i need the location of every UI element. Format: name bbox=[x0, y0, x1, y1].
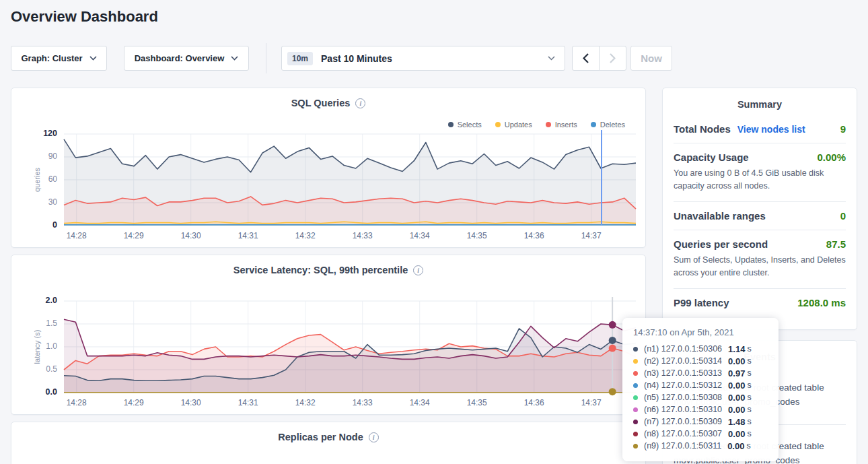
x-tick-label: 14:29 bbox=[124, 231, 144, 240]
time-next-button[interactable] bbox=[599, 46, 626, 71]
sql-queries-chart: queries030609012014:2814:2914:3014:3114:… bbox=[11, 134, 645, 247]
tooltip-node-value: 0.00 bbox=[728, 405, 745, 415]
graph-scope-dropdown[interactable]: Graph: Cluster bbox=[11, 46, 107, 71]
tooltip-row: (n8) 127.0.0.1:503070.00s bbox=[633, 428, 768, 440]
tooltip-node-address: (n8) 127.0.0.1:50307 bbox=[644, 429, 722, 438]
y-tick-label: 1.0 bbox=[11, 341, 57, 351]
legend-item: Updates bbox=[495, 121, 532, 129]
tooltip-node-unit: s bbox=[747, 368, 751, 378]
y-tick-label: 60 bbox=[11, 174, 57, 184]
x-tick-label: 14:28 bbox=[67, 231, 87, 240]
chevron-down-icon bbox=[548, 56, 555, 61]
page-title: Overview Dashboard bbox=[11, 8, 158, 26]
tooltip-node-unit: s bbox=[747, 417, 751, 426]
time-prev-button[interactable] bbox=[572, 46, 600, 71]
tooltip-node-value: 0.00 bbox=[727, 441, 744, 451]
time-range-label: Past 10 Minutes bbox=[321, 53, 548, 64]
summary-title: Summary bbox=[663, 99, 857, 110]
view-nodes-list-link[interactable]: View nodes list bbox=[737, 124, 805, 135]
summary-row-value: 0.00% bbox=[817, 152, 846, 163]
tooltip-timestamp: 14:37:10 on Apr 5th, 2021 bbox=[633, 327, 768, 337]
replicas-per-node-title: Replicas per Node i bbox=[11, 432, 645, 442]
tooltip-row: (n1) 127.0.0.1:503061.14s bbox=[633, 343, 768, 355]
replicas-per-node-card: Replicas per Node i bbox=[11, 422, 646, 464]
tooltip-node-value: 1.14 bbox=[728, 344, 745, 354]
summary-row-label: Unavailable ranges bbox=[674, 210, 766, 222]
chart-hover-tooltip: 14:37:10 on Apr 5th, 2021 (n1) 127.0.0.1… bbox=[622, 318, 779, 461]
legend-dot bbox=[448, 122, 454, 127]
legend-dot bbox=[495, 122, 501, 127]
x-tick-label: 14:35 bbox=[467, 398, 487, 407]
now-button[interactable]: Now bbox=[630, 46, 672, 71]
service-latency-title: Service Latency: SQL, 99th percentile i bbox=[11, 265, 645, 275]
info-icon[interactable]: i bbox=[355, 98, 365, 108]
legend-item: Inserts bbox=[546, 121, 577, 129]
tooltip-node-unit: s bbox=[747, 344, 751, 354]
dashboard-dropdown[interactable]: Dashboard: Overview bbox=[124, 46, 249, 71]
x-tick-label: 14:29 bbox=[124, 398, 144, 407]
x-tick-label: 14:34 bbox=[410, 231, 430, 240]
tooltip-node-dot bbox=[633, 407, 638, 412]
x-tick-label: 14:30 bbox=[181, 398, 201, 407]
chevron-down-icon bbox=[231, 56, 238, 61]
x-tick-label: 14:36 bbox=[524, 398, 544, 407]
legend-dot bbox=[546, 122, 551, 127]
summary-row-value: 9 bbox=[840, 123, 846, 135]
x-tick-label: 14:28 bbox=[67, 398, 87, 407]
y-tick-label: 0 bbox=[11, 220, 57, 230]
tooltip-node-dot bbox=[633, 444, 638, 449]
tooltip-node-value: 0.00 bbox=[728, 393, 745, 403]
tooltip-row: (n3) 127.0.0.1:503130.97s bbox=[633, 367, 768, 379]
chevron-right-icon bbox=[610, 53, 616, 63]
sql-queries-legend: SelectsUpdatesInsertsDeletes bbox=[448, 121, 625, 129]
tooltip-node-value: 0.00 bbox=[728, 380, 745, 391]
summary-panel: Summary Total NodesView nodes list9Capac… bbox=[662, 88, 857, 330]
y-tick-label: 90 bbox=[11, 152, 57, 161]
legend-item: Deletes bbox=[591, 121, 625, 129]
y-tick-label: 0.5 bbox=[11, 364, 57, 374]
summary-row-value: 0 bbox=[840, 210, 846, 222]
info-icon[interactable]: i bbox=[369, 432, 379, 442]
legend-label: Updates bbox=[505, 121, 532, 129]
sql-queries-card: SQL Queries i SelectsUpdatesInsertsDelet… bbox=[11, 88, 646, 248]
tooltip-node-value: 0.00 bbox=[728, 356, 745, 366]
info-icon[interactable]: i bbox=[413, 265, 423, 275]
tooltip-node-dot bbox=[633, 395, 638, 400]
chart-title-text: Replicas per Node bbox=[278, 432, 363, 442]
sql-queries-plot bbox=[64, 134, 636, 226]
x-tick-label: 14:33 bbox=[353, 231, 373, 240]
tooltip-node-address: (n1) 127.0.0.1:50306 bbox=[644, 344, 722, 354]
tooltip-node-address: (n3) 127.0.0.1:50313 bbox=[644, 368, 722, 378]
tooltip-node-dot bbox=[633, 420, 638, 424]
y-tick-label: 0.0 bbox=[11, 387, 57, 397]
x-tick-label: 14:31 bbox=[238, 398, 258, 407]
tooltip-node-unit: s bbox=[747, 405, 751, 414]
tooltip-node-dot bbox=[633, 359, 638, 364]
x-tick-label: 14:37 bbox=[581, 398, 602, 407]
x-tick-label: 14:30 bbox=[181, 231, 201, 240]
service-latency-plot bbox=[64, 301, 636, 393]
time-range-picker[interactable]: 10m Past 10 Minutes bbox=[281, 46, 565, 71]
tooltip-node-value: 0.00 bbox=[728, 429, 745, 439]
y-tick-label: 120 bbox=[11, 129, 57, 138]
tooltip-node-value: 0.97 bbox=[728, 368, 745, 378]
graph-scope-dropdown-label: Graph: Cluster bbox=[21, 53, 82, 63]
service-latency-chart: latency (s)0.00.51.01.52.014:2814:2914:3… bbox=[11, 301, 645, 414]
chevron-down-icon bbox=[89, 56, 97, 61]
y-tick-label: 30 bbox=[11, 197, 57, 207]
summary-row: Capacity Usage0.00%You are using 0 B of … bbox=[674, 143, 846, 201]
x-tick-label: 14:33 bbox=[353, 398, 373, 407]
summary-row-value: 1208.0 ms bbox=[797, 297, 846, 308]
x-tick-label: 14:34 bbox=[410, 398, 430, 407]
legend-label: Inserts bbox=[555, 121, 577, 129]
tooltip-node-address: (n5) 127.0.0.1:50308 bbox=[644, 393, 722, 402]
summary-body: Total NodesView nodes list9Capacity Usag… bbox=[663, 110, 857, 317]
tooltip-node-value: 1.48 bbox=[728, 417, 745, 427]
summary-row-label: Total Nodes bbox=[674, 123, 731, 135]
x-tick-label: 14:36 bbox=[524, 231, 544, 240]
x-tick-label: 14:32 bbox=[295, 231, 316, 240]
tooltip-node-dot bbox=[633, 371, 638, 376]
tooltip-row: (n7) 127.0.0.1:503091.48s bbox=[633, 416, 768, 428]
tooltip-node-unit: s bbox=[747, 356, 751, 366]
tooltip-node-dot bbox=[633, 347, 638, 352]
